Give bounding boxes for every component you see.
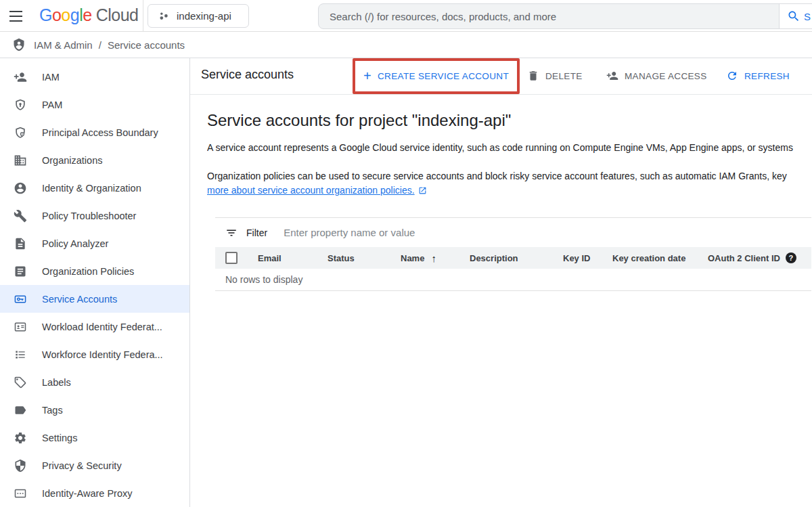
description-line-2: Organization policies can be used to sec…: [207, 169, 811, 183]
sidebar-item-principal-access-boundary[interactable]: Principal Access Boundary: [0, 118, 189, 146]
column-header-description: Description: [470, 253, 563, 263]
divider: [143, 0, 143, 32]
organization-icon: [14, 154, 27, 167]
tag-icon: [14, 403, 27, 417]
sidebar-item-identity-organization[interactable]: Identity & Organization: [0, 174, 189, 202]
breadcrumb: IAM & Admin / Service accounts: [0, 32, 812, 58]
menu-icon[interactable]: [9, 11, 26, 22]
logo-letter: g: [70, 5, 79, 24]
person-add-icon: [606, 70, 618, 82]
sidebar-item-service-accounts[interactable]: Service Accounts: [0, 285, 189, 313]
project-icon: [158, 10, 170, 22]
sort-ascending-icon: ↑: [431, 252, 436, 264]
shield-boundary-icon: [14, 126, 27, 139]
column-header-name[interactable]: Name ↑: [401, 252, 470, 264]
search-bar: S: [318, 3, 812, 29]
label-icon: [14, 376, 27, 389]
person-add-icon: [14, 70, 27, 84]
section-heading: Service accounts for project "indexing-a…: [207, 111, 812, 130]
sidebar-item-workload-identity-federation[interactable]: Workload Identity Federat...: [0, 313, 189, 340]
column-header-oauth-client-id: OAuth 2 Client ID ?: [708, 252, 811, 263]
table-header-row: Email Status Name ↑ Description Key ID K…: [215, 247, 811, 269]
org-policies-link[interactable]: more about service account organization …: [207, 185, 415, 196]
refresh-button[interactable]: REFRESH: [726, 70, 790, 82]
shield-privacy-icon: [14, 459, 27, 472]
service-accounts-table: Filter Email Status Name ↑ Description K…: [215, 217, 811, 291]
sidebar-item-pam[interactable]: PAM: [0, 91, 189, 118]
document-icon: [14, 265, 27, 278]
help-icon[interactable]: ?: [786, 252, 796, 263]
toolbar: Service accounts + CREATE SERVICE ACCOUN…: [190, 58, 812, 95]
sidebar-item-labels[interactable]: Labels: [0, 368, 189, 396]
google-cloud-logo: GoogleCloud: [39, 5, 138, 25]
column-header-key-id: Key ID: [563, 253, 612, 263]
main-content: Service accounts + CREATE SERVICE ACCOUN…: [190, 58, 812, 507]
column-header-key-creation-date: Key creation date: [612, 253, 708, 263]
account-circle-icon: [14, 181, 27, 195]
logo-cloud-text: Cloud: [96, 5, 139, 24]
iam-admin-icon: [12, 38, 26, 51]
sidebar-item-organization-policies[interactable]: Organization Policies: [0, 257, 189, 285]
logo-letter: o: [61, 5, 70, 24]
wrench-icon: [14, 209, 27, 223]
search-icon: [787, 9, 800, 23]
policy-analyzer-icon: [14, 237, 27, 250]
learn-more-line: more about service account organization …: [207, 185, 812, 196]
project-name: indexing-api: [177, 10, 231, 22]
create-service-account-button[interactable]: + CREATE SERVICE ACCOUNT: [363, 70, 509, 83]
empty-state-message: No rows to display: [215, 269, 811, 291]
logo-letter: e: [83, 5, 91, 24]
badge-card-icon: [14, 320, 27, 334]
filter-icon: [225, 227, 238, 239]
logo-letter: G: [39, 5, 52, 24]
gcp-console: GoogleCloud indexing-api S IAM & Admin: [0, 0, 812, 507]
sidebar-item-tags[interactable]: Tags: [0, 396, 189, 424]
sidebar-item-organizations[interactable]: Organizations: [0, 146, 189, 174]
page-title: Service accounts: [201, 68, 294, 82]
top-app-bar: GoogleCloud indexing-api S: [0, 0, 812, 32]
column-header-email: Email: [258, 253, 328, 263]
trash-icon: [527, 70, 539, 82]
iap-icon: [14, 487, 27, 500]
column-header-status: Status: [328, 253, 401, 263]
breadcrumb-separator: /: [99, 39, 102, 51]
sidebar-item-iam[interactable]: IAM: [0, 63, 189, 91]
external-link-icon: [418, 186, 427, 195]
manage-access-button[interactable]: MANAGE ACCESS: [606, 70, 707, 82]
filter-label: Filter: [246, 227, 267, 238]
search-button-label: S: [804, 11, 811, 22]
sidebar-item-workforce-identity-federation[interactable]: Workforce Identity Federa...: [0, 340, 189, 368]
plus-icon: +: [363, 69, 371, 83]
gear-icon: [14, 431, 27, 445]
search-button[interactable]: S: [779, 4, 812, 28]
search-input[interactable]: [319, 4, 779, 28]
delete-button[interactable]: DELETE: [527, 70, 583, 82]
annotation-highlight-box: + CREATE SERVICE ACCOUNT: [353, 58, 520, 94]
service-accounts-section: Service accounts for project "indexing-a…: [190, 111, 812, 291]
sidebar-item-privacy-security[interactable]: Privacy & Security: [0, 451, 189, 479]
sidebar: IAM PAM Principal Access Boundary Organi…: [0, 58, 190, 507]
shield-key-icon: [14, 98, 27, 112]
logo-letter: o: [52, 5, 61, 24]
list-icon: [14, 348, 27, 361]
description-line-1: A service account represents a Google Cl…: [207, 141, 811, 154]
sidebar-item-settings[interactable]: Settings: [0, 424, 189, 451]
sidebar-item-policy-analyzer[interactable]: Policy Analyzer: [0, 229, 189, 257]
project-selector[interactable]: indexing-api: [148, 4, 249, 28]
filter-input[interactable]: [284, 227, 811, 238]
refresh-icon: [726, 70, 738, 82]
service-account-key-icon: [14, 292, 27, 306]
breadcrumb-page: Service accounts: [108, 39, 185, 51]
sidebar-item-identity-aware-proxy[interactable]: Identity-Aware Proxy: [0, 479, 189, 507]
select-all-checkbox[interactable]: [225, 252, 238, 264]
filter-bar: Filter: [215, 217, 811, 247]
breadcrumb-section[interactable]: IAM & Admin: [34, 39, 93, 51]
sidebar-item-policy-troubleshooter[interactable]: Policy Troubleshooter: [0, 202, 189, 229]
